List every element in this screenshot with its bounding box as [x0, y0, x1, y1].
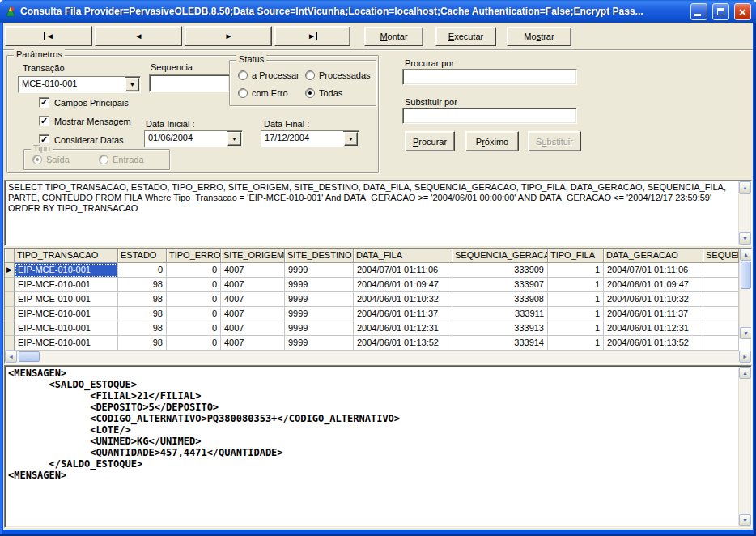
table-cell[interactable]: 333907: [452, 278, 548, 292]
table-cell[interactable]: 0: [167, 292, 221, 307]
table-row[interactable]: EIP-MCE-010-001980400799992004/06/01 01:…: [5, 307, 739, 321]
scroll-right-icon[interactable]: ►: [739, 351, 751, 363]
scroll-up-icon[interactable]: ▲: [739, 181, 751, 194]
table-cell[interactable]: 1: [548, 336, 604, 351]
scroll-down-icon[interactable]: ▼: [739, 514, 751, 526]
table-cell[interactable]: [703, 292, 739, 307]
table-cell[interactable]: 4007: [221, 278, 285, 292]
scroll-down-icon[interactable]: ▼: [740, 327, 751, 339]
table-cell[interactable]: 333913: [452, 321, 548, 336]
table-cell[interactable]: 2004/06/01 01:12:31: [604, 321, 703, 336]
table-cell[interactable]: 9999: [285, 307, 354, 321]
column-header[interactable]: DATA_FILA: [354, 249, 452, 263]
table-cell[interactable]: 2004/06/01 01:12:31: [354, 321, 452, 336]
radio-todas[interactable]: Todas: [305, 88, 342, 98]
table-cell[interactable]: 333914: [452, 336, 548, 351]
table-cell[interactable]: 2004/06/01 01:10:32: [604, 292, 703, 307]
scroll-down-icon[interactable]: ▼: [739, 232, 751, 245]
data-final-dropdown-icon[interactable]: ▼: [344, 132, 358, 146]
table-cell[interactable]: 98: [118, 321, 167, 336]
proximo-button[interactable]: Próximo: [465, 131, 519, 151]
sql-scrollbar[interactable]: ▲ ▼: [738, 181, 750, 245]
radio-a-processar[interactable]: a Processar: [238, 70, 299, 80]
table-cell[interactable]: 2004/07/01 01:11:06: [604, 263, 703, 278]
table-cell[interactable]: 9999: [285, 321, 354, 336]
data-inicial-dropdown-icon[interactable]: ▼: [227, 132, 241, 146]
table-cell[interactable]: 9999: [285, 336, 354, 351]
table-row[interactable]: EIP-MCE-010-001980400799992004/06/01 01:…: [5, 292, 739, 307]
scroll-up-icon[interactable]: ▲: [740, 249, 751, 261]
table-cell[interactable]: 9999: [285, 292, 354, 307]
table-cell[interactable]: [703, 336, 739, 351]
table-cell[interactable]: [703, 263, 739, 278]
column-header[interactable]: TIPO_ERRO: [167, 249, 221, 263]
table-row[interactable]: ▶EIP-MCE-010-00100400799992004/07/01 01:…: [5, 263, 739, 278]
table-cell[interactable]: 1: [548, 321, 604, 336]
table-cell[interactable]: 2004/06/01 01:09:47: [604, 278, 703, 292]
column-header[interactable]: SITE_DESTINO: [285, 249, 354, 263]
substituir-button[interactable]: Substituir: [528, 131, 581, 151]
table-cell[interactable]: 1: [548, 307, 604, 321]
checkbox-campos-principais[interactable]: ✓ Campos Principais: [39, 97, 129, 108]
table-cell[interactable]: 333911: [452, 307, 548, 321]
table-cell[interactable]: EIP-MCE-010-001: [15, 307, 118, 321]
table-cell[interactable]: 2004/06/01 01:11:37: [354, 307, 452, 321]
table-cell[interactable]: 9999: [285, 278, 354, 292]
table-cell[interactable]: 333909: [452, 263, 548, 278]
sequencia-input[interactable]: [149, 74, 230, 92]
executar-button[interactable]: Executar: [435, 27, 496, 46]
table-cell[interactable]: 333908: [452, 292, 548, 307]
table-cell[interactable]: EIP-MCE-010-001: [15, 336, 118, 351]
table-row[interactable]: EIP-MCE-010-001980400799992004/06/01 01:…: [5, 336, 739, 351]
montar-button[interactable]: Montar: [364, 27, 423, 46]
table-cell[interactable]: [703, 307, 739, 321]
substituir-por-input[interactable]: [402, 108, 577, 124]
column-header[interactable]: TIPO_TRANSACAO: [15, 249, 118, 263]
minimize-button[interactable]: [690, 3, 707, 20]
previous-record-button[interactable]: ◄: [95, 26, 182, 46]
table-cell[interactable]: 98: [118, 278, 167, 292]
maximize-button[interactable]: [712, 3, 729, 20]
scroll-up-icon[interactable]: ▲: [739, 367, 751, 379]
table-cell[interactable]: EIP-MCE-010-001: [15, 321, 118, 336]
sql-memo[interactable]: SELECT TIPO_TRANSACAO, ESTADO, TIPO_ERRO…: [4, 180, 752, 246]
table-cell[interactable]: 4007: [221, 336, 285, 351]
column-header[interactable]: ESTADO: [118, 249, 167, 263]
procurar-por-input[interactable]: [402, 69, 577, 85]
transacao-dropdown-icon[interactable]: ▼: [125, 78, 139, 91]
grid-hscroll-thumb[interactable]: [19, 351, 40, 362]
next-record-button[interactable]: ►: [185, 26, 272, 46]
checkbox-mostrar-mensagem[interactable]: ✓ Mostrar Mensagem: [39, 116, 131, 126]
xml-scrollbar[interactable]: ▲ ▼: [738, 367, 750, 526]
xml-memo[interactable]: <MENSAGEN> <SALDO_ESTOQUE> <FILIAL>21</F…: [4, 365, 752, 528]
table-cell[interactable]: 2004/06/01 01:11:37: [604, 307, 703, 321]
table-cell[interactable]: 1: [548, 263, 604, 278]
table-cell[interactable]: 2004/06/01 01:09:47: [354, 278, 452, 292]
table-cell[interactable]: EIP-MCE-010-001: [15, 292, 118, 307]
table-cell[interactable]: EIP-MCE-010-001: [15, 278, 118, 292]
table-row[interactable]: EIP-MCE-010-001980400799992004/06/01 01:…: [5, 321, 739, 336]
table-cell[interactable]: [703, 278, 739, 292]
column-header[interactable]: SEQUENCIA_GERACAO: [452, 249, 548, 263]
table-cell[interactable]: 98: [118, 307, 167, 321]
table-cell[interactable]: 2004/06/01 01:13:52: [354, 336, 452, 351]
table-cell[interactable]: 0: [167, 321, 221, 336]
close-button[interactable]: ×: [734, 3, 751, 20]
table-cell[interactable]: 0: [167, 307, 221, 321]
table-cell[interactable]: 98: [118, 336, 167, 351]
table-cell[interactable]: 4007: [221, 321, 285, 336]
table-cell[interactable]: 4007: [221, 307, 285, 321]
procurar-button[interactable]: Procurar: [405, 131, 455, 151]
grid-horizontal-scrollbar[interactable]: ◄ ►: [5, 351, 751, 363]
table-row[interactable]: EIP-MCE-010-001980400799992004/06/01 01:…: [5, 278, 739, 292]
last-record-button[interactable]: ►: [274, 26, 350, 46]
table-cell[interactable]: 2004/06/01 01:10:32: [354, 292, 452, 307]
scroll-left-icon[interactable]: ◄: [5, 351, 17, 363]
data-final-combobox[interactable]: 17/12/2004 ▼: [261, 130, 359, 147]
grid-vscroll-thumb[interactable]: [741, 262, 751, 289]
column-header[interactable]: SITE_ORIGEM: [221, 249, 285, 263]
radio-com-erro[interactable]: com Erro: [238, 88, 288, 98]
table-cell[interactable]: EIP-MCE-010-001: [15, 263, 118, 278]
transacao-combobox[interactable]: MCE-010-001 ▼: [18, 76, 141, 93]
column-header[interactable]: TIPO_FILA: [548, 249, 604, 263]
